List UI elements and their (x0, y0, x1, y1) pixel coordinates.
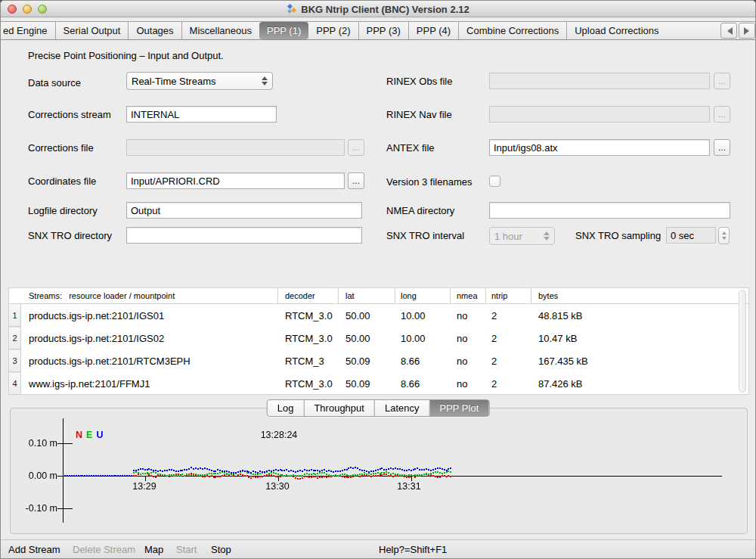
bottom-tab-bar: Log Throughput Latency PPP Plot (267, 399, 490, 417)
version3-filenames-checkbox[interactable] (489, 175, 500, 187)
row-number: 1 (9, 304, 21, 327)
y-tick-label: 0.00 m (12, 470, 57, 481)
tab-scroll-buttons (720, 22, 756, 39)
cell-ntrip: 2 (485, 327, 531, 349)
snx-tro-interval-select[interactable]: 1 hour (489, 227, 555, 245)
cell-mountpoint: products.igs-ip.net:2101/IGS01 (21, 304, 277, 327)
cell-nmea: no (450, 372, 485, 395)
antex-file-label: ANTEX file (386, 142, 435, 154)
cell-decoder: RTCM_3 (277, 349, 338, 372)
cell-decoder: RTCM_3.0 (277, 372, 338, 395)
snx-tro-interval-label: SNX TRO interval (386, 230, 464, 241)
rinex-nav-file-input[interactable] (489, 106, 710, 123)
cell-long: 10.00 (395, 304, 450, 327)
cell-lat: 50.09 (338, 372, 395, 395)
corrections-file-input[interactable] (126, 139, 345, 156)
snx-tro-sampling-input[interactable] (666, 227, 716, 244)
rinex-nav-file-browse-button[interactable]: ... (714, 106, 730, 123)
rinex-nav-file-label: RINEX Nav file (386, 109, 452, 120)
cell-decoder: RTCM_3.0 (277, 304, 338, 327)
row-number: 2 (9, 327, 21, 349)
cell-ntrip: 2 (485, 349, 531, 372)
snx-tro-sampling-spinner[interactable] (718, 227, 730, 244)
table-row[interactable]: 2 products.igs-ip.net:2101/IGS02 RTCM_3.… (9, 327, 748, 349)
streams-table-header: Streams: resource loader / mountpoint de… (9, 288, 748, 304)
tab-log[interactable]: Log (268, 400, 304, 416)
tab-feed-engine[interactable]: ed Engine (1, 22, 55, 39)
antex-file-input[interactable] (489, 139, 710, 156)
tab-scroll-right-button[interactable] (739, 23, 755, 39)
rinex-obs-file-input[interactable] (489, 73, 710, 89)
titlebar: BKG Ntrip Client (BNC) Version 2.12 (1, 1, 755, 17)
corrections-stream-input[interactable] (126, 106, 277, 123)
plot-time-label: 13:28:24 (230, 430, 328, 440)
snx-tro-sampling-label: SNX TRO sampling (575, 230, 661, 241)
antex-file-browse-button[interactable]: ... (714, 139, 730, 156)
nmea-directory-label: NMEA directory (386, 205, 454, 216)
tab-latency[interactable]: Latency (374, 400, 429, 416)
legend-u: U (96, 430, 103, 440)
header-bytes: bytes (531, 288, 748, 303)
cell-nmea: no (450, 304, 485, 327)
popup-stepper-icon (257, 73, 268, 89)
tab-throughput[interactable]: Throughput (303, 400, 374, 416)
coordinates-file-label: Coordinates file (28, 175, 96, 187)
tab-upload-corrections[interactable]: Upload Corrections (566, 22, 666, 39)
table-scrollbar[interactable] (739, 290, 746, 393)
tab-combine-corrections[interactable]: Combine Corrections (458, 22, 566, 39)
tab-scroll-left-button[interactable] (720, 23, 737, 39)
bnc-app-icon (287, 4, 297, 14)
cell-bytes: 10.47 kB (531, 327, 748, 349)
data-source-select[interactable]: Real-Time Streams (126, 72, 273, 90)
data-source-value: Real-Time Streams (132, 76, 215, 87)
corrections-stream-label: Corrections stream (28, 109, 111, 120)
row-number: 3 (9, 349, 21, 372)
map-button[interactable]: Map (144, 544, 163, 555)
y-tick-label: 0.10 m (12, 438, 57, 449)
cell-long: 10.00 (395, 327, 450, 349)
help-shortcut-label: Help?=Shift+F1 (379, 544, 447, 555)
table-row[interactable]: 1 products.igs-ip.net:2101/IGS01 RTCM_3.… (9, 304, 748, 327)
table-row[interactable]: 3 products.igs-ip.net:2101/RTCM3EPH RTCM… (9, 349, 748, 372)
x-tick-label: 13:31 (386, 481, 432, 492)
header-decoder: decoder (277, 288, 338, 303)
logfile-directory-input[interactable] (126, 202, 362, 219)
cell-mountpoint: products.igs-ip.net:2101/IGS02 (21, 327, 277, 349)
tab-ppp-2[interactable]: PPP (2) (308, 22, 358, 39)
streams-table: Streams: resource loader / mountpoint de… (8, 287, 749, 395)
start-button[interactable]: Start (176, 544, 197, 555)
header-nmea: nmea (450, 288, 485, 303)
cell-long: 8.66 (395, 372, 450, 395)
tab-outages[interactable]: Outages (128, 22, 181, 39)
ppp-plot-canvas (11, 408, 747, 533)
stop-button[interactable]: Stop (211, 544, 231, 555)
tab-serial-output[interactable]: Serial Output (55, 22, 129, 39)
snx-tro-directory-input[interactable] (126, 227, 362, 244)
tab-ppp-3[interactable]: PPP (3) (358, 22, 408, 39)
table-row[interactable]: 4 www.igs-ip.net:2101/FFMJ1 RTCM_3.0 50.… (9, 372, 748, 395)
tab-miscellaneous[interactable]: Miscellaneous (181, 22, 259, 39)
nmea-directory-input[interactable] (489, 202, 730, 219)
cell-decoder: RTCM_3.0 (277, 327, 338, 349)
coordinates-file-browse-button[interactable]: ... (348, 172, 364, 189)
corrections-file-label: Corrections file (28, 142, 94, 154)
delete-stream-button[interactable]: Delete Stream (73, 544, 135, 555)
rinex-obs-file-label: RINEX Obs file (386, 76, 452, 87)
cell-ntrip: 2 (485, 304, 531, 327)
page-title: Precise Point Positioning – Input and Ou… (28, 50, 224, 61)
legend-n: N (76, 430, 82, 440)
main-tab-bar: ed Engine Serial Output Outages Miscella… (1, 21, 756, 40)
rinex-obs-file-browse-button[interactable]: ... (714, 73, 730, 89)
tab-ppp-4[interactable]: PPP (4) (408, 22, 458, 39)
window-title-wrap: BKG Ntrip Client (BNC) Version 2.12 (1, 1, 755, 17)
coordinates-file-input[interactable] (126, 172, 345, 189)
cell-lat: 50.09 (338, 349, 395, 372)
tab-ppp-1[interactable]: PPP (1) (259, 22, 308, 39)
tab-ppp-plot[interactable]: PPP Plot (429, 400, 488, 416)
add-stream-button[interactable]: Add Stream (8, 544, 60, 555)
cell-mountpoint: www.igs-ip.net:2101/FFMJ1 (21, 372, 277, 395)
corrections-file-browse-button[interactable]: ... (348, 139, 364, 156)
version3-filenames-label: Version 3 filenames (386, 176, 472, 188)
header-ntrip: ntrip (485, 288, 531, 303)
header-mountpoint: Streams: resource loader / mountpoint (9, 288, 277, 303)
